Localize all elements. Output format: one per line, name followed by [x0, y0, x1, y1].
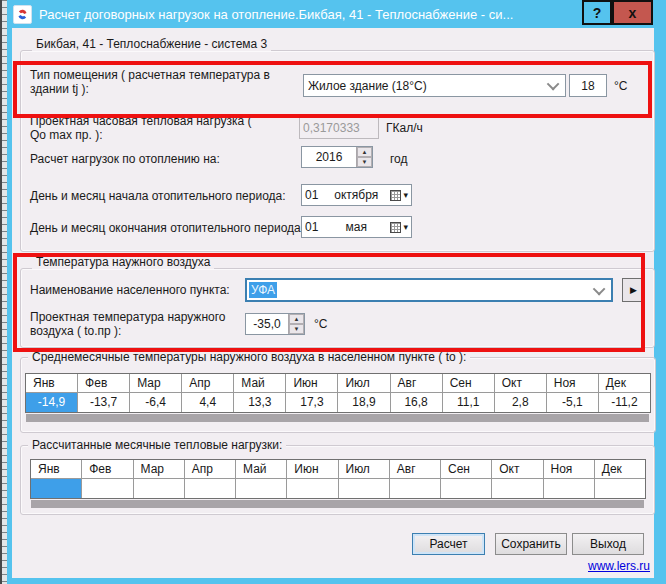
dropdown-arrow-icon: ▾	[403, 190, 408, 200]
city-combobox[interactable]: УФА	[245, 278, 613, 302]
month-header-cell[interactable]: Янв	[26, 374, 78, 393]
calc-button-label: Расчет	[429, 537, 467, 551]
month-header-cell[interactable]: Дек	[595, 460, 645, 479]
value-cell[interactable]: 17,3	[286, 393, 338, 412]
month-header-cell[interactable]: Июн	[287, 460, 338, 479]
room-temp-input[interactable]: 18	[569, 74, 607, 97]
room-temp-unit: °C	[614, 79, 627, 93]
value-cell[interactable]: 11,1	[443, 393, 495, 412]
value-cell[interactable]: 16,8	[391, 393, 443, 412]
design-temp-unit: °C	[314, 317, 327, 331]
calc-year-unit: год	[390, 152, 408, 166]
month-header-cell[interactable]: Фев	[78, 374, 130, 393]
season-start-datepicker[interactable]: 01 октября ▾	[301, 184, 412, 206]
spin-up-icon[interactable]: ▲	[289, 314, 304, 324]
value-cell[interactable]: 18,9	[338, 393, 390, 412]
app-logo-icon	[13, 5, 32, 24]
spin-down-icon[interactable]: ▼	[357, 157, 372, 167]
room-type-label: Тип помещения ( расчетная температура в …	[30, 68, 286, 96]
month-header-cell[interactable]: Ноя	[544, 460, 595, 479]
month-header-cell[interactable]: Июл	[339, 460, 390, 479]
calc-year-stepper[interactable]: 2016 ▲ ▼	[301, 146, 373, 168]
website-link[interactable]: www.lers.ru	[588, 559, 650, 573]
month-header-cell[interactable]: Май	[236, 460, 287, 479]
season-end-label: День и месяц окончания отопительного пер…	[30, 221, 304, 235]
group-main-title: Бикбая, 41 - Теплоснабжение - система 3	[32, 37, 271, 51]
room-type-combobox[interactable]: Жилое здание (18°C)	[303, 74, 566, 97]
month-header-cell[interactable]: Июн	[286, 374, 338, 393]
value-cell[interactable]: 4,4	[182, 393, 234, 412]
exit-button[interactable]: Выход	[572, 533, 644, 555]
value-cell[interactable]: 2,8	[495, 393, 547, 412]
dialog-client-area: Бикбая, 41 - Теплоснабжение - система 3 …	[12, 28, 654, 578]
spinner-buttons[interactable]: ▲ ▼	[288, 314, 304, 334]
chevron-down-icon	[593, 282, 606, 295]
save-button-label: Сохранить	[501, 537, 561, 551]
month-header-cell[interactable]: Мар	[134, 460, 185, 479]
month-header-cell[interactable]: Сен	[441, 460, 492, 479]
value-cell[interactable]: -6,4	[130, 393, 182, 412]
month-header-cell[interactable]: Сен	[443, 374, 495, 393]
month-header-cell[interactable]: Апр	[185, 460, 236, 479]
close-button[interactable]: x	[612, 0, 653, 25]
design-temp-value: -35,0	[246, 317, 288, 331]
value-cell[interactable]: -13,7	[78, 393, 130, 412]
calendar-icon	[390, 222, 401, 233]
month-header-cell[interactable]: Ноя	[547, 374, 599, 393]
design-load-value: 0,3170333	[303, 121, 360, 135]
season-end-day: 01	[305, 220, 322, 234]
value-cell[interactable]: -5,1	[547, 393, 599, 412]
dialog-window: Расчет договорных нагрузок на отопление.…	[7, 0, 666, 584]
dropdown-arrow-icon: ▾	[403, 222, 408, 232]
avg-temps-table[interactable]: ЯнвФевМарАпрМайИюнИюлАвгСенОктНояДек-14,…	[25, 373, 651, 413]
design-load-unit: ГКал/ч	[386, 121, 423, 135]
value-cell[interactable]	[492, 479, 543, 498]
design-temp-stepper[interactable]: -35,0 ▲ ▼	[245, 313, 305, 335]
month-header-cell[interactable]: Янв	[31, 460, 82, 479]
season-end-month: мая	[322, 220, 390, 234]
month-header-cell[interactable]: Фев	[82, 460, 133, 479]
value-cell[interactable]	[82, 479, 133, 498]
season-start-day: 01	[305, 188, 322, 202]
close-icon: x	[629, 5, 637, 21]
value-cell[interactable]	[134, 479, 185, 498]
month-header-cell[interactable]: Мар	[130, 374, 182, 393]
value-cell[interactable]	[31, 479, 82, 498]
calc-button[interactable]: Расчет	[412, 533, 485, 555]
value-cell[interactable]: -14,9	[26, 393, 78, 412]
month-header-cell[interactable]: Окт	[495, 374, 547, 393]
city-label: Наименование населенного пункта:	[30, 283, 230, 297]
month-header-cell[interactable]: Апр	[182, 374, 234, 393]
month-header-cell[interactable]: Авг	[390, 460, 441, 479]
value-cell[interactable]	[390, 479, 441, 498]
value-cell[interactable]	[236, 479, 287, 498]
value-cell[interactable]: -11,2	[599, 393, 650, 412]
value-cell[interactable]	[287, 479, 338, 498]
value-cell[interactable]	[339, 479, 390, 498]
calc-year-label: Расчет нагрузок по отоплению на:	[30, 152, 220, 166]
group-outdoor-title: Температура наужного воздуха	[32, 255, 214, 269]
play-triangle-icon: ▶	[630, 285, 637, 295]
season-end-datepicker[interactable]: 01 мая ▾	[301, 216, 412, 238]
value-cell[interactable]	[595, 479, 645, 498]
month-header-cell[interactable]: Май	[234, 374, 286, 393]
dialog-titlebar[interactable]: Расчет договорных нагрузок на отопление.…	[7, 0, 666, 28]
month-header-cell[interactable]: Авг	[391, 374, 443, 393]
month-header-cell[interactable]: Дек	[599, 374, 650, 393]
value-cell[interactable]	[544, 479, 595, 498]
month-header-cell[interactable]: Июл	[338, 374, 390, 393]
spinner-buttons[interactable]: ▲ ▼	[356, 147, 372, 167]
group-avg-temps-title: Среднемесячные температуры наружного воз…	[28, 350, 470, 364]
calc-loads-table[interactable]: ЯнвФевМарАпрМайИюнИюлАвгСенОктНояДек	[30, 459, 646, 499]
design-temp-label: Проектная температура наружного воздуха …	[30, 310, 242, 338]
month-header-cell[interactable]: Окт	[492, 460, 543, 479]
save-button[interactable]: Сохранить	[495, 533, 567, 555]
spin-up-icon[interactable]: ▲	[357, 147, 372, 157]
city-more-button[interactable]: ▶	[622, 278, 645, 302]
spin-down-icon[interactable]: ▼	[289, 324, 304, 334]
value-cell[interactable]	[441, 479, 492, 498]
value-cell[interactable]	[185, 479, 236, 498]
help-button[interactable]: ?	[582, 0, 612, 25]
season-start-month: октября	[322, 188, 390, 202]
value-cell[interactable]: 13,3	[234, 393, 286, 412]
